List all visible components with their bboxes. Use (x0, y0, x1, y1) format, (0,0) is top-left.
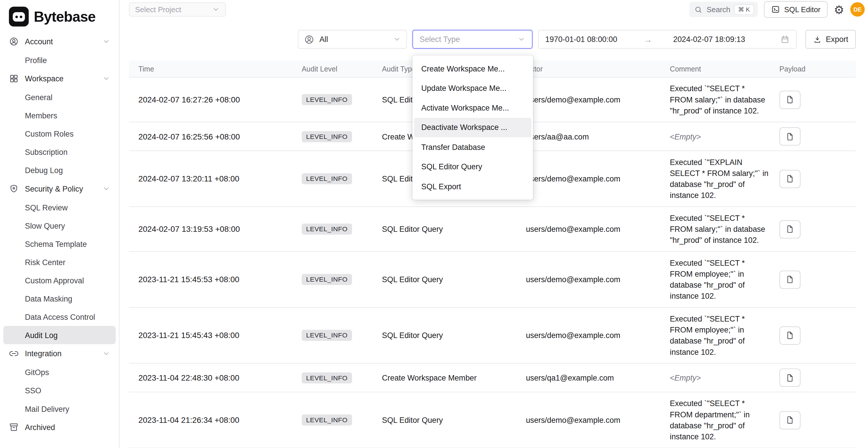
audit-time: 2023-11-21 15:45:53 +08:00 (129, 275, 302, 284)
sidebar-section-integration[interactable]: Integration (3, 344, 116, 363)
export-button[interactable]: Export (805, 30, 856, 49)
menu-item-update-workspace-member[interactable]: Update Workspace Me... (414, 78, 531, 98)
menu-item-create-workspace-member[interactable]: Create Workspace Me... (414, 59, 531, 78)
audit-actor: users/demo@example.com (526, 225, 670, 233)
sidebar-item-mail-delivery[interactable]: Mail Delivery (3, 399, 116, 418)
sidebar-section-account[interactable]: Account (3, 32, 116, 51)
audit-time: 2023-11-04 21:26:34 +08:00 (129, 416, 302, 424)
avatar[interactable]: DE (850, 2, 865, 17)
user-circle-icon (304, 34, 314, 44)
menu-item-sql-export[interactable]: SQL Export (414, 177, 531, 196)
audit-time: 2023-11-21 15:45:43 +08:00 (129, 331, 302, 340)
table-row: 2023-11-04 21:26:34 +08:00 LEVEL_INFO SQ… (129, 392, 856, 448)
actor-filter-select[interactable]: All (298, 30, 407, 49)
audit-type: Create Workspace Member (382, 373, 526, 382)
bytebase-logo-icon[interactable] (9, 7, 29, 27)
payload-button[interactable] (779, 127, 801, 146)
audit-level-badge: LEVEL_INFO (302, 330, 352, 341)
column-header-comment: Comment (670, 65, 778, 73)
payload-button[interactable] (779, 411, 801, 429)
date-range-picker[interactable]: 1970-01-01 08:00:00 → 2024-02-07 18:09:1… (538, 30, 797, 49)
sidebar-item-custom-roles[interactable]: Custom Roles (3, 124, 116, 143)
search-shortcut-kbd: ⌘ K (734, 4, 754, 14)
sidebar-item-risk-center[interactable]: Risk Center (3, 253, 116, 271)
audit-comment: Executed `"SELECT * FROM salary;"` in da… (670, 207, 778, 251)
sidebar-item-schema-template[interactable]: Schema Template (3, 235, 116, 253)
sidebar-item-debug-log[interactable]: Debug Log (3, 161, 116, 179)
download-icon (813, 35, 822, 43)
sidebar-section-label: Integration (25, 349, 62, 358)
sidebar-item-data-masking[interactable]: Data Masking (3, 289, 116, 308)
brand-name: Bytebase (34, 8, 96, 25)
shield-icon (9, 184, 19, 194)
logo-row: Bytebase (3, 4, 116, 32)
search-label: Search (707, 5, 731, 13)
sidebar-item-gitops[interactable]: GitOps (3, 363, 116, 381)
menu-item-deactivate-workspace-member[interactable]: Deactivate Workspace ... (414, 118, 531, 137)
sql-editor-button[interactable]: SQL Editor (764, 1, 828, 18)
audit-time: 2024-02-07 13:19:53 +08:00 (129, 225, 302, 233)
table-row: 2023-11-21 15:45:53 +08:00 LEVEL_INFO SQ… (129, 252, 856, 308)
type-filter-placeholder: Select Type (420, 35, 460, 44)
payload-button[interactable] (779, 369, 801, 387)
app-root: Bytebase Account Profile Workspace Gener… (0, 0, 868, 448)
sidebar-section-workspace[interactable]: Workspace (3, 69, 116, 88)
sidebar-item-sql-review[interactable]: SQL Review (3, 198, 116, 216)
audit-level-badge: LEVEL_INFO (302, 131, 352, 142)
payload-button[interactable] (779, 169, 801, 188)
sidebar-section-security-policy[interactable]: Security & Policy (3, 179, 116, 198)
audit-level-badge: LEVEL_INFO (302, 173, 352, 184)
chevron-down-icon (518, 35, 526, 43)
sidebar-section-label: Archived (25, 423, 55, 432)
sidebar-item-data-access-control[interactable]: Data Access Control (3, 308, 116, 326)
audit-comment: Executed `"SELECT * FROM employee;"` in … (670, 252, 778, 307)
column-header-actor: Actor (526, 65, 670, 73)
settings-gear-icon[interactable]: ⚙ (834, 3, 844, 15)
sidebar-item-custom-approval[interactable]: Custom Approval (3, 271, 116, 289)
audit-type: SQL Editor Query (382, 331, 526, 340)
menu-item-activate-workspace-member[interactable]: Activate Workspace Me... (414, 98, 531, 118)
sidebar-section-archived[interactable]: Archived (3, 418, 116, 437)
date-from-value: 1970-01-01 08:00:00 (545, 35, 617, 44)
archive-icon (9, 422, 19, 432)
audit-level-badge: LEVEL_INFO (302, 274, 352, 285)
menu-item-sql-editor-query[interactable]: SQL Editor Query (414, 157, 531, 177)
sidebar-item-sso[interactable]: SSO (3, 381, 116, 399)
main-content: Select Project Search ⌘ K SQL Editor ⚙ D… (120, 0, 868, 448)
audit-type: SQL Editor Query (382, 416, 526, 424)
chevron-down-icon (102, 350, 110, 357)
sidebar-item-members[interactable]: Members (3, 106, 116, 124)
user-circle-icon (9, 36, 19, 46)
sidebar-item-audit-log[interactable]: Audit Log (3, 326, 116, 344)
audit-time: 2024-02-07 16:27:26 +08:00 (129, 95, 302, 104)
audit-comment: Executed `"SELECT * FROM department;"` i… (670, 392, 778, 448)
project-select[interactable]: Select Project (129, 2, 226, 17)
audit-time: 2023-11-04 22:48:30 +08:00 (129, 373, 302, 382)
link-icon (9, 349, 19, 359)
search-button[interactable]: Search ⌘ K (689, 2, 758, 18)
audit-comment: Executed `"EXPLAIN SELECT * FROM salary;… (670, 151, 778, 206)
audit-actor: users/demo@example.com (526, 275, 670, 284)
menu-item-transfer-database[interactable]: Transfer Database (414, 137, 531, 157)
type-filter-select[interactable]: Select Type (412, 30, 532, 49)
audit-actor: users/demo@example.com (526, 174, 670, 183)
payload-button[interactable] (779, 220, 801, 238)
payload-button[interactable] (779, 326, 801, 344)
sidebar-section-label: Security & Policy (25, 184, 83, 193)
payload-button[interactable] (779, 91, 801, 109)
audit-level-badge: LEVEL_INFO (302, 223, 352, 234)
audit-actor: users/demo@example.com (526, 331, 670, 340)
audit-comment: Executed `"SELECT * FROM salary;"` in da… (670, 77, 778, 122)
sidebar-item-subscription[interactable]: Subscription (3, 143, 116, 161)
audit-level-badge: LEVEL_INFO (302, 94, 352, 105)
audit-actor: users/demo@example.com (526, 95, 670, 104)
audit-comment: <Empty> (670, 367, 778, 389)
column-header-audit-level: Audit Level (302, 65, 382, 73)
sidebar-item-slow-query[interactable]: Slow Query (3, 217, 116, 235)
calendar-icon (781, 35, 789, 44)
sidebar-item-general[interactable]: General (3, 88, 116, 106)
payload-button[interactable] (779, 270, 801, 289)
sidebar-item-profile[interactable]: Profile (3, 51, 116, 69)
audit-level-badge: LEVEL_INFO (302, 372, 352, 383)
actor-filter-value: All (319, 35, 328, 44)
